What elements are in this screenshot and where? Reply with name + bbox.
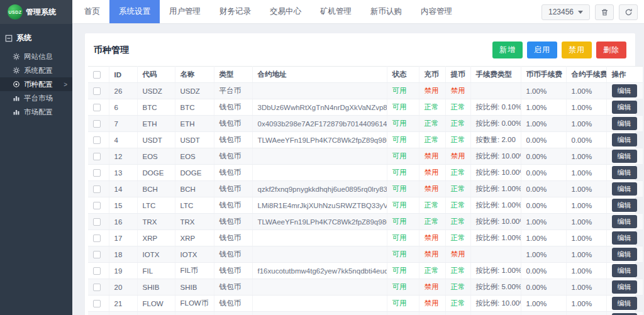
- row-checkbox[interactable]: [93, 104, 101, 111]
- cell-code: FLOW: [137, 296, 175, 312]
- page-title: 币种管理: [94, 45, 129, 56]
- row-checkbox[interactable]: [93, 267, 101, 275]
- trash-button[interactable]: [595, 4, 614, 20]
- cell-fee-type: 按比例: 10.00%: [470, 296, 521, 312]
- cell-contract-address: [252, 296, 387, 312]
- cell-code: DOGE: [137, 165, 175, 181]
- cell-fee-type: 按比例: 10.00%: [470, 214, 521, 230]
- toolbar-button-删除[interactable]: 删除: [596, 41, 626, 58]
- sidebar-group-system[interactable]: 系统: [0, 24, 72, 50]
- row-checkbox[interactable]: [93, 120, 101, 128]
- cell-withdraw: 禁用: [445, 246, 470, 263]
- currency-management-card: 币种管理 新增启用禁用删除 ID代码名称类型合约地址状态充币提币手续费类型币币手…: [85, 33, 635, 315]
- edit-button[interactable]: 编辑: [612, 199, 637, 212]
- cell-contract-address: 0x4093b298e7A2F172879b70144096147417F005…: [252, 116, 387, 132]
- cell-code: USDT: [137, 132, 175, 148]
- chart-icon: [13, 94, 20, 102]
- cell-withdraw: 正常: [445, 279, 470, 296]
- cell-status: 可用: [387, 132, 419, 148]
- edit-button[interactable]: 编辑: [612, 150, 637, 163]
- cell-id: 13: [109, 165, 137, 181]
- cell-withdraw: 正常: [445, 263, 470, 279]
- row-checkbox[interactable]: [93, 251, 101, 258]
- cell-contract-fee: 1.00%: [566, 83, 606, 99]
- row-checkbox[interactable]: [93, 185, 101, 193]
- edit-button[interactable]: 编辑: [612, 264, 637, 277]
- cell-name: BTC: [175, 99, 214, 116]
- edit-button[interactable]: 编辑: [612, 101, 637, 114]
- row-checkbox[interactable]: [93, 284, 101, 291]
- refresh-button[interactable]: [619, 4, 638, 20]
- cell-status: 可用: [387, 246, 419, 263]
- user-dropdown-button[interactable]: 123456: [541, 4, 590, 20]
- topnav-item-首页[interactable]: 首页: [75, 0, 109, 23]
- cell-name: LTC: [175, 197, 214, 214]
- edit-button[interactable]: 编辑: [612, 297, 637, 310]
- toolbar-button-新增[interactable]: 新增: [492, 41, 523, 58]
- cell-contract-address: [252, 230, 387, 246]
- sidebar-item-系统配置[interactable]: 系统配置: [0, 64, 72, 77]
- topnav-item-用户管理[interactable]: 用户管理: [160, 0, 210, 23]
- row-checkbox[interactable]: [93, 235, 101, 242]
- sidebar-item-网站信息[interactable]: 网站信息: [0, 50, 72, 64]
- cell-type: 钱包币: [214, 214, 252, 230]
- row-checkbox[interactable]: [93, 218, 101, 226]
- topnav-item-系统设置[interactable]: 系统设置: [109, 0, 160, 23]
- edit-button[interactable]: 编辑: [612, 248, 637, 261]
- topnav-item-内容管理[interactable]: 内容管理: [411, 0, 462, 23]
- select-all-checkbox[interactable]: [93, 71, 101, 79]
- column-header-手续费类型: 手续费类型: [470, 67, 521, 83]
- edit-button[interactable]: 编辑: [612, 117, 637, 130]
- sidebar-item-币种配置[interactable]: 币种配置>: [0, 77, 72, 91]
- cell-name: DOGE: [175, 165, 214, 181]
- sidebar-group-label: 系统: [16, 33, 31, 43]
- edit-button[interactable]: 编辑: [612, 215, 637, 228]
- cell-id: 26: [109, 83, 137, 99]
- row-checkbox[interactable]: [93, 300, 101, 307]
- sidebar-item-label: 网站信息: [24, 52, 53, 62]
- cell-status: 可用: [387, 197, 419, 214]
- row-checkbox[interactable]: [93, 136, 101, 144]
- topnav-item-财务记录[interactable]: 财务记录: [210, 0, 260, 23]
- toolbar-button-禁用[interactable]: 禁用: [562, 41, 592, 58]
- row-checkbox[interactable]: [93, 202, 101, 209]
- cell-code: JST: [137, 312, 175, 315]
- cell-code: IOTX: [137, 246, 175, 263]
- edit-button[interactable]: 编辑: [612, 182, 637, 196]
- cell-id: 4: [109, 132, 137, 148]
- cell-withdraw: 正常: [445, 181, 470, 197]
- cell-withdraw: 正常: [445, 312, 470, 315]
- chevron-down-icon: [578, 11, 583, 14]
- edit-button[interactable]: 编辑: [612, 231, 637, 245]
- sidebar-item-label: 市场配置: [24, 108, 53, 117]
- sidebar-item-市场配置[interactable]: 市场配置: [0, 105, 72, 119]
- cell-fee-type: 按比例: 10.00%: [470, 165, 521, 181]
- topnav-item-矿机管理[interactable]: 矿机管理: [311, 0, 361, 23]
- toolbar-button-启用[interactable]: 启用: [527, 41, 557, 58]
- table-row: 26USDZUSDZ平台币可用禁用禁用1.00%1.00%编辑: [88, 83, 643, 99]
- edit-button[interactable]: 编辑: [612, 280, 637, 294]
- row-checkbox[interactable]: [93, 153, 101, 160]
- cell-fee-type: 按比例: 0.10%: [470, 99, 521, 116]
- edit-button[interactable]: 编辑: [612, 133, 637, 146]
- cell-status: 可用: [387, 99, 419, 116]
- table-row: 15LTCLTC钱包币LMi8R1E4mrJkjXUhNzuSRWZTBQ33y…: [88, 197, 643, 214]
- edit-button[interactable]: 编辑: [612, 166, 637, 179]
- cell-withdraw: 禁用: [445, 148, 470, 165]
- row-checkbox[interactable]: [93, 87, 101, 95]
- cell-name: TRX: [175, 214, 214, 230]
- edit-button[interactable]: 编辑: [612, 84, 637, 97]
- cell-coin-fee: 1.00%: [521, 214, 566, 230]
- cell-contract-address: [252, 279, 387, 296]
- cell-withdraw: 禁用: [445, 83, 470, 99]
- topnav-item-新币认购[interactable]: 新币认购: [361, 0, 411, 23]
- topnav-item-交易中心[interactable]: 交易中心: [260, 0, 311, 23]
- row-checkbox[interactable]: [93, 169, 101, 177]
- cell-type: 钱包币: [214, 165, 252, 181]
- cell-contract-address: f16xucotutbmw4tg62yew7kk5nqdbti4euqo4kcb…: [252, 263, 387, 279]
- cell-contract-fee: 1.00%: [566, 296, 606, 312]
- cell-type: 钱包币: [214, 312, 252, 315]
- sidebar-item-平台市场[interactable]: 平台市场: [0, 91, 72, 105]
- sidebar-items: 网站信息系统配置币种配置>平台市场市场配置: [0, 50, 72, 119]
- cell-fee-type: 按比例: 1.00%: [470, 197, 521, 214]
